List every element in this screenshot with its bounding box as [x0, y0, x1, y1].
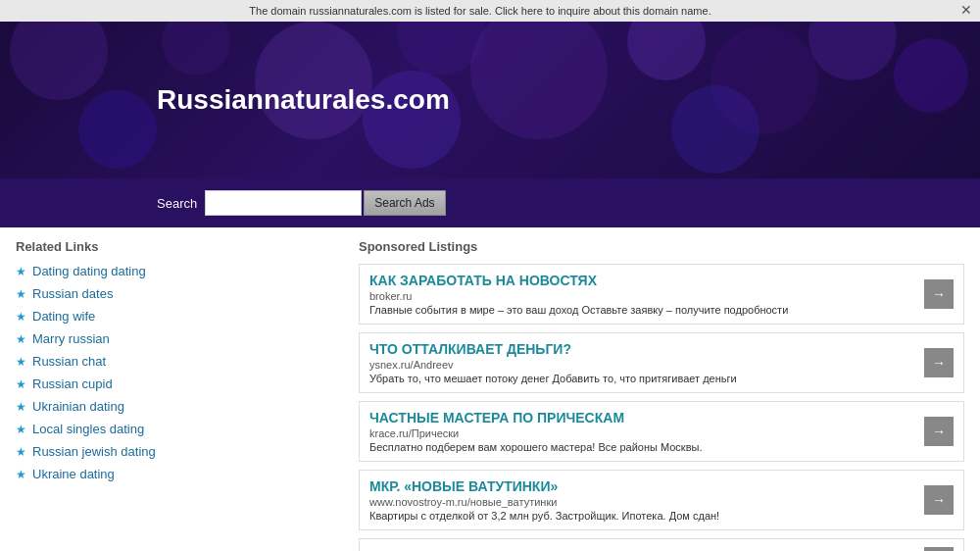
bokeh-circle — [162, 22, 230, 75]
sponsored-listings: Sponsored Listings КАК ЗАРАБОТАТЬ НА НОВ… — [343, 227, 980, 551]
bokeh-circle — [671, 85, 760, 174]
star-icon: ★ — [16, 423, 26, 436]
ad-desc: Бесплатно подберем вам хорошего мастера!… — [369, 441, 916, 453]
bokeh-circle — [808, 22, 897, 80]
ad-content: ЧТО ОТТАЛКИВАЕТ ДЕНЬГИ?ysnex.ru/AndreevУ… — [369, 341, 916, 384]
star-icon: ★ — [16, 310, 26, 324]
ad-url: broker.ru — [369, 290, 916, 302]
sidebar-link-text[interactable]: Ukrainian dating — [32, 399, 124, 414]
search-label: Search — [157, 196, 197, 211]
notification-bar[interactable]: The domain russiannaturales.com is liste… — [0, 0, 980, 22]
search-button[interactable]: Search Ads — [364, 190, 445, 216]
sidebar-link[interactable]: ★Russian chat — [16, 354, 327, 369]
star-icon: ★ — [16, 468, 26, 481]
ad-url: krace.ru/Прически — [369, 427, 916, 439]
sidebar-link-text[interactable]: Dating dating dating — [32, 264, 146, 278]
sidebar-link[interactable]: ★Russian cupid — [16, 376, 327, 391]
ad-title[interactable]: МКР. «НОВЫЕ ВАТУТИНКИ» — [369, 478, 916, 494]
star-icon: ★ — [16, 445, 26, 459]
ad-arrow-button[interactable]: → — [924, 417, 954, 446]
ad-url: ysnex.ru/Andreev — [369, 359, 916, 371]
star-icon: ★ — [16, 400, 26, 414]
ad-title[interactable]: КАК ЗАРАБОТАТЬ НА НОВОСТЯХ — [369, 273, 916, 288]
sidebar-link[interactable]: ★Russian jewish dating — [16, 444, 327, 459]
sponsored-title: Sponsored Listings — [359, 239, 964, 254]
search-area: Search Search Ads — [0, 178, 980, 227]
sidebar-link[interactable]: ★Russian dates — [16, 286, 327, 301]
ad-item[interactable]: ШЕНГЕН ВИЗА В ГРЕЦИЮ ОНЛАЙН.→ — [359, 538, 964, 551]
main-content: Related Links ★Dating dating dating★Russ… — [0, 227, 980, 551]
sidebar-link[interactable]: ★Ukrainian dating — [16, 399, 327, 414]
sidebar-link-text[interactable]: Russian cupid — [32, 376, 113, 391]
ad-url: www.novostroy-m.ru/новые_ватутинки — [369, 496, 916, 508]
ad-item[interactable]: ЧТО ОТТАЛКИВАЕТ ДЕНЬГИ?ysnex.ru/AndreevУ… — [359, 332, 964, 393]
ad-arrow-button[interactable]: → — [924, 279, 954, 309]
star-icon: ★ — [16, 287, 26, 301]
sidebar-link-text[interactable]: Russian dates — [32, 286, 113, 301]
ad-content: МКР. «НОВЫЕ ВАТУТИНКИ»www.novostroy-m.ru… — [369, 478, 916, 522]
related-links-title: Related Links — [16, 239, 327, 254]
ad-item[interactable]: МКР. «НОВЫЕ ВАТУТИНКИ»www.novostroy-m.ru… — [359, 470, 964, 530]
ad-item[interactable]: ЧАСТНЫЕ МАСТЕРА ПО ПРИЧЕСКАМkrace.ru/При… — [359, 401, 964, 462]
ad-title[interactable]: ЧАСТНЫЕ МАСТЕРА ПО ПРИЧЕСКАМ — [369, 410, 916, 426]
star-icon: ★ — [16, 377, 26, 391]
sidebar-link-text[interactable]: Ukraine dating — [32, 467, 115, 481]
close-icon[interactable]: ✕ — [960, 3, 972, 17]
bokeh-circle — [78, 90, 157, 169]
header: Russiannaturales.com — [0, 22, 980, 178]
sidebar-link[interactable]: ★Dating wife — [16, 309, 327, 324]
site-title: Russiannaturales.com — [157, 84, 450, 116]
star-icon: ★ — [16, 332, 26, 346]
sidebar-link[interactable]: ★Ukraine dating — [16, 467, 327, 481]
notification-text: The domain russiannaturales.com is liste… — [249, 5, 710, 17]
bokeh-circle — [255, 22, 372, 139]
sidebar-link-text[interactable]: Dating wife — [32, 309, 95, 324]
ad-content: КАК ЗАРАБОТАТЬ НА НОВОСТЯХbroker.ruГлавн… — [369, 273, 916, 316]
sidebar-link[interactable]: ★Dating dating dating — [16, 264, 327, 278]
bokeh-circle — [470, 22, 608, 139]
star-icon: ★ — [16, 355, 26, 369]
ad-item[interactable]: КАК ЗАРАБОТАТЬ НА НОВОСТЯХbroker.ruГлавн… — [359, 264, 964, 325]
sidebar-links-container: ★Dating dating dating★Russian dates★Dati… — [16, 264, 327, 481]
sidebar: Related Links ★Dating dating dating★Russ… — [0, 227, 343, 551]
bokeh-circle — [894, 38, 968, 113]
ads-container: КАК ЗАРАБОТАТЬ НА НОВОСТЯХbroker.ruГлавн… — [359, 264, 964, 551]
sidebar-link[interactable]: ★Marry russian — [16, 331, 327, 346]
ad-desc: Главные события в мире – это ваш доход О… — [369, 304, 916, 316]
bokeh-circle — [10, 22, 108, 100]
ad-arrow-button[interactable]: → — [924, 348, 954, 377]
ad-content: ЧАСТНЫЕ МАСТЕРА ПО ПРИЧЕСКАМkrace.ru/При… — [369, 410, 916, 453]
sidebar-link-text[interactable]: Russian jewish dating — [32, 444, 156, 459]
star-icon: ★ — [16, 265, 26, 278]
sidebar-link-text[interactable]: Local singles dating — [32, 422, 144, 436]
search-input[interactable] — [205, 190, 362, 216]
ad-arrow-button[interactable]: → — [924, 547, 954, 551]
ad-desc: Убрать то, что мешает потоку денег Добав… — [369, 373, 916, 384]
ad-arrow-button[interactable]: → — [924, 485, 954, 515]
sidebar-link-text[interactable]: Marry russian — [32, 331, 110, 346]
ad-desc: Квартиры с отделкой от 3,2 млн руб. Заст… — [369, 510, 916, 522]
ad-title[interactable]: ЧТО ОТТАЛКИВАЕТ ДЕНЬГИ? — [369, 341, 916, 357]
sidebar-link[interactable]: ★Local singles dating — [16, 422, 327, 436]
bokeh-circle — [627, 22, 706, 80]
sidebar-link-text[interactable]: Russian chat — [32, 354, 106, 369]
